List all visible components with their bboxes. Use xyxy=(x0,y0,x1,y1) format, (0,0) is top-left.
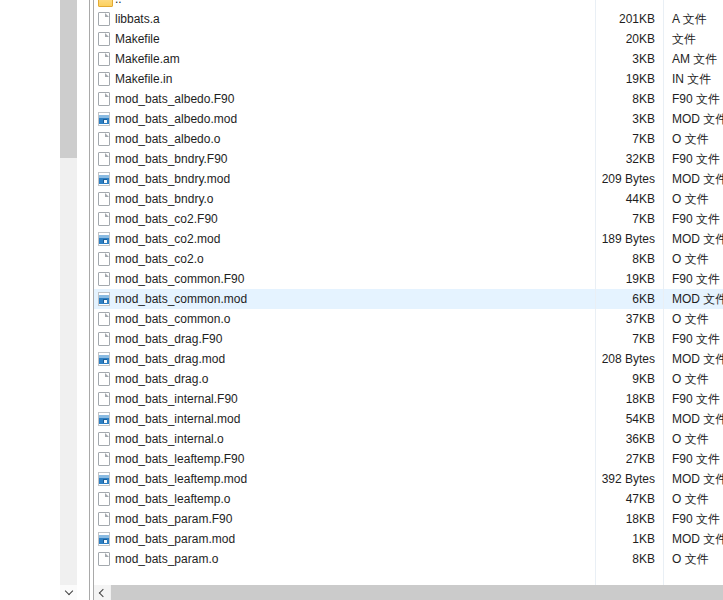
file-row[interactable]: mod_bats_drag.F907KBF90 文件 xyxy=(94,329,723,349)
file-row[interactable]: mod_bats_leaftemp.mod392 BytesMOD 文件 xyxy=(94,469,723,489)
horizontal-scrollbar[interactable] xyxy=(94,585,723,600)
file-size: 7KB xyxy=(632,209,655,229)
file-size: 3KB xyxy=(632,49,655,69)
file-row[interactable]: mod_bats_leaftemp.F9027KBF90 文件 xyxy=(94,449,723,469)
file-row[interactable]: mod_bats_internal.mod54KBMOD 文件 xyxy=(94,409,723,429)
file-type: O 文件 xyxy=(672,549,709,569)
file-row[interactable]: mod_bats_co2.o8KBO 文件 xyxy=(94,249,723,269)
file-name: mod_bats_co2.F90 xyxy=(115,209,218,229)
file-icon xyxy=(98,432,110,446)
file-row[interactable]: mod_bats_common.F9019KBF90 文件 xyxy=(94,269,723,289)
mod-file-icon xyxy=(98,292,110,306)
file-name: mod_bats_common.o xyxy=(115,309,230,329)
file-size: 8KB xyxy=(632,249,655,269)
file-size: 8KB xyxy=(632,89,655,109)
file-size: 54KB xyxy=(626,409,655,429)
file-name: mod_bats_param.o xyxy=(115,549,218,569)
file-type: MOD 文件 xyxy=(672,229,723,249)
file-name: mod_bats_bndry.o xyxy=(115,189,214,209)
horizontal-scrollbar-thumb[interactable] xyxy=(111,585,723,600)
file-type: IN 文件 xyxy=(672,69,711,89)
file-type: MOD 文件 xyxy=(672,349,723,369)
column-separator-size xyxy=(595,0,596,585)
file-row[interactable]: Makefile.am3KBAM 文件 xyxy=(94,49,723,69)
file-row[interactable]: mod_bats_bndry.F9032KBF90 文件 xyxy=(94,149,723,169)
mod-file-icon xyxy=(98,352,110,366)
file-icon xyxy=(98,392,110,406)
file-size: 27KB xyxy=(626,449,655,469)
file-name: libbats.a xyxy=(115,9,160,29)
mod-file-icon xyxy=(98,172,110,186)
file-size: 209 Bytes xyxy=(602,169,655,189)
file-icon xyxy=(98,212,110,226)
file-icon xyxy=(98,92,110,106)
file-row[interactable]: mod_bats_param.o8KBO 文件 xyxy=(94,549,723,569)
file-row[interactable]: mod_bats_albedo.o7KBO 文件 xyxy=(94,129,723,149)
file-row[interactable]: mod_bats_internal.F9018KBF90 文件 xyxy=(94,389,723,409)
file-row[interactable]: mod_bats_bndry.o44KBO 文件 xyxy=(94,189,723,209)
file-size: 44KB xyxy=(626,189,655,209)
file-size: 37KB xyxy=(626,309,655,329)
file-row[interactable]: libbats.a201KBA 文件 xyxy=(94,9,723,29)
file-name: Makefile.am xyxy=(115,49,180,69)
file-row[interactable]: mod_bats_co2.F907KBF90 文件 xyxy=(94,209,723,229)
file-size: 7KB xyxy=(632,129,655,149)
file-row[interactable]: mod_bats_albedo.mod3KBMOD 文件 xyxy=(94,109,723,129)
file-type: F90 文件 xyxy=(672,209,720,229)
file-row[interactable]: mod_bats_common.o37KBO 文件 xyxy=(94,309,723,329)
file-type: F90 文件 xyxy=(672,269,720,289)
column-separator-type xyxy=(663,0,664,585)
file-row[interactable]: Makefile20KB文件 xyxy=(94,29,723,49)
mod-file-icon xyxy=(98,232,110,246)
file-size: 392 Bytes xyxy=(602,469,655,489)
file-row[interactable]: mod_bats_albedo.F908KBF90 文件 xyxy=(94,89,723,109)
file-type: O 文件 xyxy=(672,429,709,449)
file-row[interactable]: mod_bats_co2.mod189 BytesMOD 文件 xyxy=(94,229,723,249)
file-row[interactable]: mod_bats_drag.mod208 BytesMOD 文件 xyxy=(94,349,723,369)
file-name: mod_bats_co2.mod xyxy=(115,229,220,249)
file-row[interactable]: mod_bats_internal.o36KBO 文件 xyxy=(94,429,723,449)
file-icon xyxy=(98,312,110,326)
file-name: .. xyxy=(115,0,122,9)
file-icon xyxy=(98,132,110,146)
file-type: MOD 文件 xyxy=(672,409,723,429)
file-icon xyxy=(98,512,110,526)
file-name: mod_bats_param.mod xyxy=(115,529,235,549)
file-row[interactable]: mod_bats_common.mod6KBMOD 文件 xyxy=(94,289,723,309)
file-name: mod_bats_albedo.F90 xyxy=(115,89,234,109)
file-name: mod_bats_drag.F90 xyxy=(115,329,222,349)
file-row[interactable]: mod_bats_drag.o9KBO 文件 xyxy=(94,369,723,389)
file-size: 36KB xyxy=(626,429,655,449)
file-size: 19KB xyxy=(626,269,655,289)
file-row[interactable]: mod_bats_bndry.mod209 BytesMOD 文件 xyxy=(94,169,723,189)
file-type: F90 文件 xyxy=(672,389,720,409)
file-row[interactable]: mod_bats_leaftemp.o47KBO 文件 xyxy=(94,489,723,509)
file-row[interactable]: mod_bats_param.F9018KBF90 文件 xyxy=(94,509,723,529)
file-rows: ..libbats.a201KBA 文件Makefile20KB文件Makefi… xyxy=(94,0,723,569)
scroll-down-button[interactable] xyxy=(60,585,77,600)
file-icon xyxy=(98,332,110,346)
scroll-left-button[interactable] xyxy=(94,585,110,600)
file-icon xyxy=(98,52,110,66)
file-icon xyxy=(98,72,110,86)
file-size: 32KB xyxy=(626,149,655,169)
file-type: AM 文件 xyxy=(672,49,717,69)
file-size: 1KB xyxy=(632,529,655,549)
file-icon xyxy=(98,372,110,386)
file-type: MOD 文件 xyxy=(672,169,723,189)
file-row[interactable]: Makefile.in19KBIN 文件 xyxy=(94,69,723,89)
vertical-scrollbar-thumb[interactable] xyxy=(60,0,77,158)
folder-icon xyxy=(98,0,110,6)
file-name: mod_bats_drag.o xyxy=(115,369,208,389)
file-row[interactable]: .. xyxy=(94,0,723,9)
file-type: O 文件 xyxy=(672,309,709,329)
file-size: 20KB xyxy=(626,29,655,49)
vertical-scrollbar[interactable] xyxy=(60,0,77,600)
file-name: Makefile xyxy=(115,29,160,49)
file-icon xyxy=(98,272,110,286)
file-name: mod_bats_albedo.mod xyxy=(115,109,237,129)
file-row[interactable]: mod_bats_param.mod1KBMOD 文件 xyxy=(94,529,723,549)
file-name: mod_bats_leaftemp.mod xyxy=(115,469,247,489)
file-type: F90 文件 xyxy=(672,509,720,529)
file-type: O 文件 xyxy=(672,249,709,269)
